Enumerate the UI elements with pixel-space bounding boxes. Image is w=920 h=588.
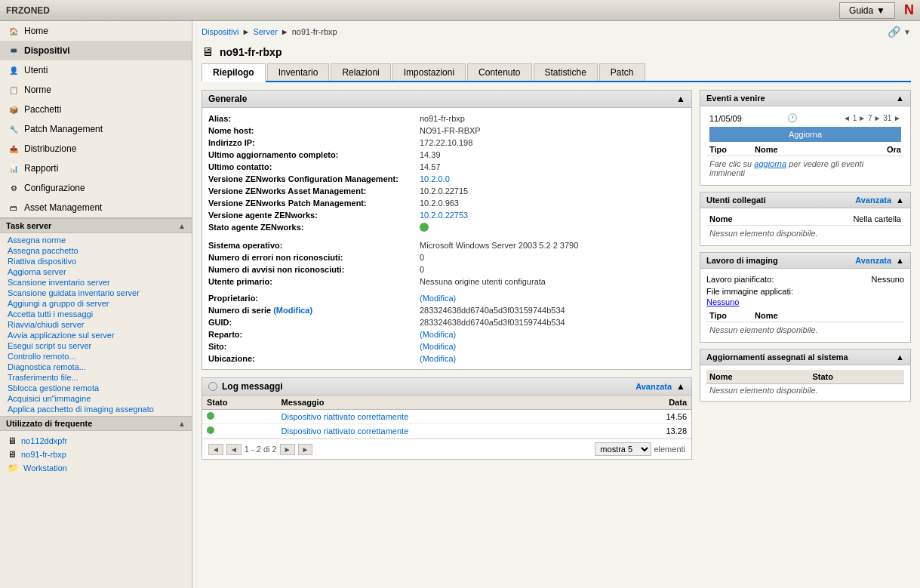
aggiornamenti-collapse[interactable]: ▲ bbox=[896, 352, 904, 362]
imaging-collapse[interactable]: ▲ bbox=[896, 256, 904, 265]
aggiorna-button[interactable]: Aggiorna bbox=[709, 127, 901, 142]
eventi-collapse[interactable]: ▲ bbox=[896, 94, 904, 103]
utenti-collapse[interactable]: ▲ bbox=[896, 195, 904, 205]
field-ultimo-contatto: Ultimo contatto: 14.57 bbox=[208, 161, 685, 173]
zenworks-cm-link[interactable]: 10.2.0.0 bbox=[420, 174, 450, 183]
task-trasferimento-file[interactable]: Trasferimento file... bbox=[8, 372, 184, 383]
task-avvia-applicazione[interactable]: Avvia applicazione sul server bbox=[8, 330, 184, 340]
sidebar-item-dispositivi[interactable]: Dispositivi bbox=[0, 41, 192, 60]
task-sblocca-gestione[interactable]: Sblocca gestione remota bbox=[8, 383, 184, 393]
breadcrumb-arrow[interactable]: ▼ bbox=[903, 28, 911, 36]
distribuzione-icon bbox=[8, 143, 20, 155]
link-icon[interactable]: 🔗 bbox=[888, 26, 900, 38]
imaging-lavoro-label: Lavoro pianificato: bbox=[706, 275, 774, 284]
utenti-avanzata-link[interactable]: Avanzata bbox=[855, 195, 891, 205]
log-msg-link-2[interactable]: Dispositivo riattivato correttamente bbox=[282, 426, 409, 436]
proprietario-modify-link[interactable]: (Modifica) bbox=[420, 294, 456, 303]
tab-statistiche[interactable]: Statistiche bbox=[534, 63, 598, 81]
cal-clock-icon[interactable]: 🕐 bbox=[787, 113, 798, 123]
sidebar-item-pacchetti[interactable]: Pacchetti bbox=[0, 100, 192, 119]
cal-31-btn[interactable]: ► 31 ► bbox=[874, 114, 901, 122]
log-msg-link-1[interactable]: Dispositivo riattivato correttamente bbox=[282, 412, 409, 421]
freq-link-2[interactable]: no91-fr-rbxp bbox=[21, 450, 66, 459]
freq-link-3[interactable]: Workstation bbox=[23, 463, 67, 473]
mostra-select[interactable]: mostra 5 mostra 10 mostra 25 bbox=[595, 442, 651, 456]
guida-button[interactable]: Guida ▼ bbox=[839, 2, 895, 19]
zenworks-agent-link[interactable]: 10.2.0.22753 bbox=[420, 211, 468, 220]
tab-impostazioni[interactable]: Impostazioni bbox=[392, 63, 466, 81]
guid-label: GUID: bbox=[208, 318, 420, 327]
task-aggiungi-gruppo[interactable]: Aggiungi a gruppo di server bbox=[8, 298, 184, 309]
tab-contenuto[interactable]: Contenuto bbox=[467, 63, 531, 81]
sidebar-item-patch-mgmt[interactable]: Patch Management bbox=[0, 119, 192, 139]
sidebar-item-asset-mgmt[interactable]: Asset Management bbox=[0, 198, 192, 217]
task-scansione-guidata[interactable]: Scansione guidata inventario server bbox=[8, 288, 184, 298]
task-riattiva-dispositivo[interactable]: Riattiva dispositivo bbox=[8, 256, 184, 266]
cal-date: 11/05/09 bbox=[709, 114, 742, 123]
sito-label: Sito: bbox=[208, 342, 420, 351]
task-server-collapse[interactable]: ▲ bbox=[178, 222, 186, 230]
page-first-btn[interactable]: ◄ bbox=[208, 444, 223, 455]
pacchetti-icon bbox=[8, 103, 20, 115]
task-scansione-inventario[interactable]: Scansione inventario server bbox=[8, 277, 184, 288]
sidebar-item-home[interactable]: Home bbox=[0, 21, 192, 41]
imaging-file-link[interactable]: Nessuno bbox=[706, 297, 739, 306]
log-row1-stato bbox=[202, 410, 277, 424]
main-content: Dispositivi ► Server ► no91-fr-rbxp 🔗 ▼ … bbox=[192, 21, 920, 588]
field-guid: GUID: 283324638dd6740a5d3f03159744b534 bbox=[208, 316, 685, 328]
task-accetta-messaggi[interactable]: Accetta tutti i messaggi bbox=[8, 309, 184, 319]
task-assegna-norme[interactable]: Assegna norme bbox=[8, 235, 184, 245]
utenti-collegati-title: Utenti collegati bbox=[706, 195, 766, 205]
tab-inventario[interactable]: Inventario bbox=[267, 63, 330, 81]
task-assegna-pacchetto[interactable]: Assegna pacchetto bbox=[8, 245, 184, 256]
aggiornamenti-header: Aggiornamenti assegnati al sistema ▲ bbox=[700, 349, 910, 365]
ubicazione-modify-link[interactable]: (Modifica) bbox=[420, 354, 456, 363]
log-circle-icon bbox=[208, 382, 217, 391]
sidebar-item-norme[interactable]: Norme bbox=[0, 80, 192, 100]
sidebar-item-asset-mgmt-label: Asset Management bbox=[24, 202, 102, 213]
sidebar-item-patch-mgmt-label: Patch Management bbox=[24, 124, 103, 134]
task-diagnostica-remota[interactable]: Diagnostica remota... bbox=[8, 362, 184, 372]
task-applica-pacchetto[interactable]: Applica pacchetto di imaging assegnato bbox=[8, 404, 184, 414]
generale-collapse[interactable]: ▲ bbox=[676, 94, 685, 104]
tab-relazioni[interactable]: Relazioni bbox=[331, 63, 390, 81]
zenworks-am-label: Versione ZENworks Asset Management: bbox=[208, 186, 420, 195]
reparto-modify-link[interactable]: (Modifica) bbox=[420, 330, 456, 339]
page-next-btn[interactable]: ► bbox=[280, 444, 295, 455]
sito-modify-link[interactable]: (Modifica) bbox=[420, 342, 456, 351]
freq-link-1[interactable]: no112ddxpfr bbox=[21, 436, 67, 445]
breadcrumb-dispositivi[interactable]: Dispositivi bbox=[202, 27, 239, 36]
cal-7-btn[interactable]: ► 7 bbox=[858, 114, 872, 122]
log-col-stato: Stato bbox=[202, 396, 277, 410]
proprietario-value: (Modifica) bbox=[420, 294, 456, 303]
freq-item-2[interactable]: 🖥 no91-fr-rbxp bbox=[0, 448, 192, 461]
task-server-title: Task server bbox=[6, 221, 51, 230]
sidebar-item-configurazione[interactable]: Configurazione bbox=[0, 178, 192, 198]
imaging-avanzata-link[interactable]: Avanzata bbox=[855, 256, 891, 265]
log-collapse[interactable]: ▲ bbox=[676, 381, 685, 392]
eventi-header: Eventi a venire ▲ bbox=[700, 91, 910, 106]
task-esegui-script[interactable]: Esegui script su server bbox=[8, 340, 184, 351]
os-label: Sistema operativo: bbox=[208, 241, 420, 250]
page-last-btn[interactable]: ► bbox=[298, 444, 313, 455]
frequente-collapse[interactable]: ▲ bbox=[178, 420, 186, 428]
tab-riepilogo[interactable]: Riepilogo bbox=[202, 63, 266, 82]
sidebar-item-rapporti[interactable]: Rapporti bbox=[0, 159, 192, 178]
numero-serie-modify-link[interactable]: (Modifica) bbox=[273, 306, 312, 315]
task-aggiorna-server[interactable]: Aggiorna server bbox=[8, 266, 184, 277]
task-riavvia-chiudi[interactable]: Riavvia/chiudi server bbox=[8, 319, 184, 330]
aggiorna-link[interactable]: aggiorna bbox=[754, 159, 786, 168]
task-acquisci-immagine[interactable]: Acquisici un"immagine bbox=[8, 393, 184, 404]
task-controllo-remoto[interactable]: Controllo remoto... bbox=[8, 351, 184, 362]
breadcrumb-server[interactable]: Server bbox=[253, 27, 277, 36]
sidebar-item-utenti[interactable]: Utenti bbox=[0, 60, 192, 80]
sidebar-item-distribuzione[interactable]: Distribuzione bbox=[0, 139, 192, 159]
freq-item-3[interactable]: 📁 Workstation bbox=[0, 461, 192, 475]
cal-prev-btn[interactable]: ◄ 1 bbox=[843, 114, 857, 122]
freq-item-1[interactable]: 🖥 no112ddxpfr bbox=[0, 434, 192, 448]
zenworks-cm-value: 10.2.0.0 bbox=[420, 174, 450, 183]
tab-patch[interactable]: Patch bbox=[599, 63, 645, 81]
page-prev-btn[interactable]: ◄ bbox=[226, 444, 242, 455]
aggiornamenti-title: Aggiornamenti assegnati al sistema bbox=[706, 352, 848, 362]
log-avanzata-link[interactable]: Avanzata bbox=[635, 382, 672, 391]
